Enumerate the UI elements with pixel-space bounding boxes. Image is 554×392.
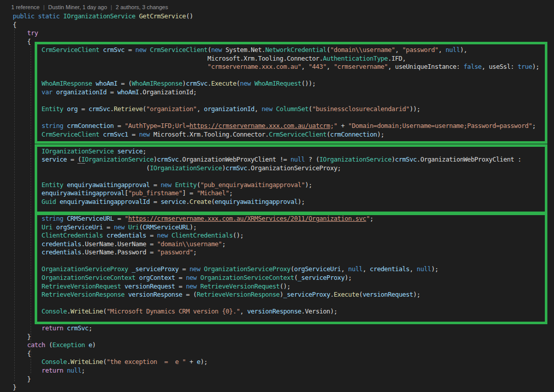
codelens-references-link[interactable]: 1 reference — [11, 4, 40, 10]
code-line[interactable]: WhoAmIResponse whoAmI = (WhoAmIResponse)… — [0, 80, 554, 88]
code-token: credentials — [42, 240, 82, 248]
code-token: = — [150, 181, 161, 189]
code-token: ) — [153, 155, 157, 163]
code-line[interactable]: } — [0, 383, 554, 392]
code-token: ; — [81, 367, 85, 374]
code-token: enquiryawaitingapproval — [67, 181, 150, 189]
code-line[interactable]: Entity org = crmSvc.Retrieve("organizati… — [0, 105, 554, 114]
code-line[interactable]: enquiryawaitingapproval["pub_firstname"]… — [0, 189, 554, 198]
code-token: CrmServiceClient — [42, 130, 99, 138]
code-token: crmSvc — [67, 324, 88, 332]
code-line[interactable]: OrganizationServiceProxy _serviceProxy =… — [0, 265, 554, 274]
code-line[interactable]: Guid enquiryawaitingapprovalId = service… — [0, 198, 554, 206]
code-token: credentials — [107, 231, 146, 239]
code-line[interactable]: try — [0, 29, 554, 38]
code-token: = — [175, 274, 186, 281]
code-line[interactable] — [0, 71, 554, 80]
code-line[interactable] — [0, 172, 554, 181]
code-line[interactable]: RetrieveVersionRequest versionRequest = … — [0, 282, 554, 291]
code-token: .UserName.Password = — [81, 248, 157, 256]
code-line[interactable]: RetrieveVersionResponse versionResponse … — [0, 291, 554, 299]
code-token: orgServiceUri — [294, 265, 341, 273]
code-line[interactable]: Console.WriteLine("the exception = e " +… — [0, 358, 554, 367]
code-token: "443" — [308, 63, 326, 70]
code-token: org — [67, 105, 77, 113]
code-token: ; — [222, 240, 225, 248]
code-token: whoAmI — [117, 88, 139, 96]
code-token: "pub_enquiryawaitingapproval" — [200, 181, 305, 189]
url-link[interactable]: https://crmservername.xxx.com.au/uatcrm — [190, 122, 330, 129]
code-line[interactable]: OrganizationServiceContext orgContext = … — [0, 274, 554, 282]
code-token: } — [13, 383, 16, 391]
code-token: ( — [327, 46, 330, 54]
code-line[interactable]: credentials.UserName.UserName = "domain\… — [0, 240, 554, 249]
code-token: .IFD, — [388, 55, 406, 62]
code-line[interactable]: "crmservername.xxx.com.au", "443", "crms… — [0, 63, 554, 71]
code-line[interactable]: var organizationId = whoAmI.Organization… — [0, 88, 554, 97]
code-token: , — [197, 105, 204, 113]
code-line[interactable]: string crmConnection = "AuthType=IFD;Url… — [0, 122, 554, 130]
code-token: enquiryawaitingapproval — [42, 189, 125, 197]
code-token — [13, 215, 42, 222]
code-token — [273, 105, 276, 113]
code-token: credentials — [42, 248, 82, 256]
code-line[interactable] — [0, 114, 554, 122]
code-token — [13, 122, 42, 129]
code-line[interactable]: Entity enquiryawaitingapproval = new Ent… — [0, 181, 554, 190]
code-token — [197, 282, 200, 290]
code-token: ) — [280, 291, 283, 298]
code-token: OrganizationServiceContext — [200, 274, 294, 281]
codelens-separator: | — [111, 4, 112, 10]
code-line[interactable]: (IOrganizationService)crmSvc.Organizatio… — [0, 164, 554, 173]
code-line[interactable]: CrmServiceClient crmSvc = new CrmService… — [0, 46, 554, 55]
code-token — [13, 223, 42, 231]
code-line[interactable]: Console.WriteLine("Microsoft Dynamics CR… — [0, 307, 554, 316]
code-line[interactable] — [0, 299, 554, 308]
code-token — [13, 46, 42, 54]
code-line[interactable]: Uri orgServiceUri = new Uri(CRMServiceUR… — [0, 223, 554, 232]
code-token: new — [240, 80, 251, 87]
code-token: service — [117, 147, 143, 155]
code-line[interactable]: { — [0, 350, 554, 358]
code-line[interactable]: credentials.UserName.Password = "passwor… — [0, 248, 554, 257]
code-line[interactable]: { — [0, 38, 554, 46]
codelens-changes-link[interactable]: 2 authors, 3 changes — [116, 4, 168, 10]
code-line[interactable]: IOrganizationService service; — [0, 147, 554, 156]
code-token: ( — [146, 164, 150, 172]
code-line[interactable]: ClientCredentials credentials = new Clie… — [0, 231, 554, 240]
code-line[interactable]: CrmServiceClient crmSvc1 = new Microsoft… — [0, 130, 554, 139]
code-line[interactable]: } — [0, 333, 554, 342]
code-line[interactable] — [0, 206, 554, 215]
code-line[interactable]: string CRMServiceURL = "https://crmserve… — [0, 215, 554, 223]
code-token: = — [150, 198, 161, 205]
code-token: "domain\\username" — [330, 46, 395, 54]
code-line[interactable] — [0, 257, 554, 266]
code-line[interactable]: public static IOrganizationService GetCr… — [0, 12, 554, 21]
code-line[interactable]: Microsoft.Xrm.Tooling.Connector.Authenti… — [0, 55, 554, 63]
code-token: CrmServiceClient — [42, 46, 99, 54]
code-line[interactable] — [0, 316, 554, 325]
code-line[interactable] — [0, 96, 554, 105]
code-token: = — [146, 231, 157, 239]
code-token — [197, 274, 200, 281]
code-area[interactable]: public static IOrganizationService GetCr… — [0, 12, 554, 392]
code-token: new — [139, 130, 150, 138]
code-line[interactable]: service = (IOrganizationService)crmSvc.O… — [0, 155, 554, 164]
code-line[interactable]: { — [0, 21, 554, 30]
code-token: enquiryawaitingapprovalId — [60, 198, 150, 205]
code-token: , useUniqueInstance: — [388, 63, 464, 70]
code-token: .OrganizationServiceProxy; — [247, 164, 341, 172]
code-line[interactable]: return null; — [0, 367, 554, 375]
code-line[interactable]: return crmSvc; — [0, 324, 554, 333]
code-token: = — [103, 223, 114, 231]
code-line[interactable] — [0, 139, 554, 147]
code-token: new — [186, 282, 197, 290]
code-token — [13, 189, 42, 197]
code-token: Uri — [42, 223, 52, 231]
code-token — [13, 291, 42, 298]
url-link[interactable]: https://crmservername.xxx.com.au/XRMServ… — [128, 215, 366, 222]
code-line[interactable]: } — [0, 375, 554, 384]
code-token: Console — [42, 307, 67, 315]
code-line[interactable]: catch (Exception e) — [0, 341, 554, 350]
codelens-author-link[interactable]: Dustin Miner, 1 day ago — [48, 4, 108, 10]
